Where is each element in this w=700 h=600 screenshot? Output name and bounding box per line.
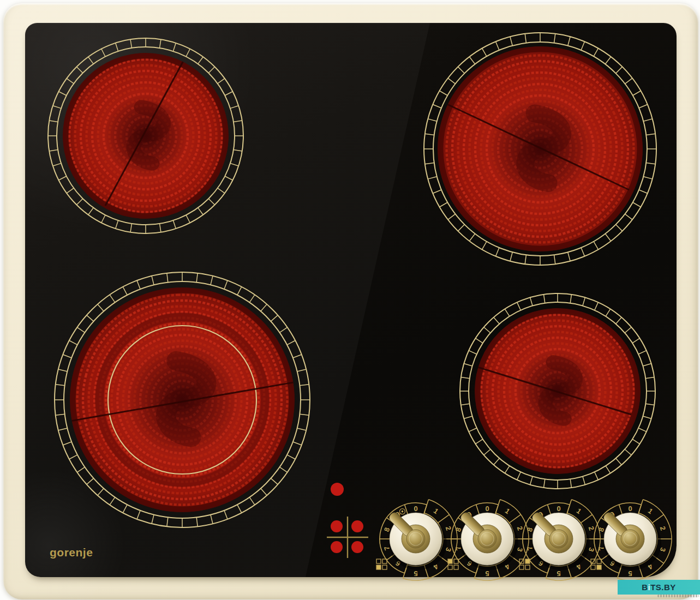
knob-scale-number: 2 [444,525,453,532]
watermark: BiTS.BY [618,580,700,595]
knob-scale-number: 0 [414,505,417,513]
residual-heat-dot [351,520,363,532]
knob-scale-number: 5 [628,569,632,578]
knob-scale-number: 5 [557,569,560,578]
heating-element [469,303,646,479]
residual-heat-dot [331,520,343,532]
knob-scale-number: 1 [647,507,655,515]
knob-scale-number: 5 [485,569,489,578]
hob-graphics: 0123456789012345678901234567890123456789 [0,0,700,600]
knob-scale-number: 0 [485,505,489,513]
knob-scale-number: 8 [525,526,535,533]
residual-heat-dot [331,541,343,553]
burner-indicator-icon [519,559,530,569]
product-photo: 0123456789012345678901234567890123456789… [0,0,700,600]
burner-rear-left [48,38,243,233]
knob-scale-number: 2 [587,525,596,532]
burner-indicator-icon [448,559,458,569]
brand-logo: gorenje [50,546,93,559]
dual-zone-symbol [399,509,405,514]
residual-heat-dot [351,541,363,553]
knob-scale-number: 2 [516,525,525,532]
knob-scale-number: 1 [504,507,512,515]
knob-scale-number: 0 [628,505,632,513]
watermark-text-rest: TS.BY [650,583,676,592]
knob-scale-number: 8 [597,526,606,533]
indicator-lights [327,483,368,558]
burner-rear-right [412,21,668,277]
power-indicator-dot [331,483,344,496]
watermark-fineprint [657,595,699,597]
knob-scale-number: 1 [575,507,583,515]
burner-indicator-icon [591,559,601,569]
burner-indicator-icon [376,559,387,569]
knob-scale-number: 2 [659,525,668,532]
knob-scale-number: 8 [454,526,463,533]
knob-scale-number: 5 [414,569,417,578]
knob-rear-right[interactable]: 0123456789 [519,500,600,580]
knob-scale-number: 1 [432,507,440,515]
burner-front-right [460,293,655,489]
knob-scale-number: 0 [557,505,560,513]
knob-front-left-dual[interactable]: 0123456789 [376,500,457,580]
hotplate-cross-icon [327,517,368,558]
knob-rear-left[interactable]: 0123456789 [448,500,529,580]
heating-element [412,21,668,277]
watermark-text: B [642,583,648,592]
knob-front-right[interactable]: 0123456789 [591,500,672,580]
knob-scale-number: 8 [382,526,392,533]
